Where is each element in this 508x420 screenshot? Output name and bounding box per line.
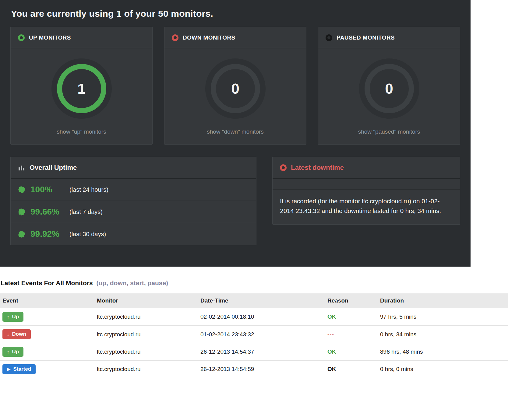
uptime-label-7d: (last 7 days) bbox=[69, 208, 103, 215]
table-row: ↑ Up ltc.cryptocloud.ru 02-02-2014 00:18… bbox=[0, 308, 508, 326]
monitor-name: ltc.cryptocloud.ru bbox=[94, 308, 198, 326]
up-monitors-title: UP MONITORS bbox=[29, 34, 71, 41]
arrow-down-icon: ↓ bbox=[7, 332, 9, 337]
monitor-name: ltc.cryptocloud.ru bbox=[94, 361, 198, 378]
events-title: Latest Events For All Monitors bbox=[1, 279, 93, 286]
overall-uptime-panel: Overall Uptime 100% (last 24 hours) 99.6… bbox=[10, 157, 256, 245]
play-icon: ▶ bbox=[7, 366, 11, 372]
paused-monitors-card: PAUSED MONITORS 0 show "paused" monitors bbox=[318, 27, 460, 145]
column-header-datetime: Date-Time bbox=[198, 293, 325, 308]
dashboard-panel: You are currently using 1 of your 50 mon… bbox=[0, 0, 471, 267]
event-up-badge: ↑ Up bbox=[2, 347, 23, 357]
summary-panels-row: Overall Uptime 100% (last 24 hours) 99.6… bbox=[10, 157, 460, 245]
paused-count-value: 0 bbox=[385, 80, 393, 97]
column-header-monitor: Monitor bbox=[94, 293, 198, 308]
events-subtitle: (up, down, start, pause) bbox=[96, 279, 168, 286]
down-monitors-title: DOWN MONITORS bbox=[183, 34, 235, 41]
up-count-value: 1 bbox=[77, 80, 86, 97]
latest-downtime-header: Latest downtime bbox=[273, 157, 460, 179]
event-datetime: 01-02-2014 23:43:32 bbox=[198, 326, 325, 343]
paused-monitors-card-body: 0 show "paused" monitors bbox=[318, 48, 460, 144]
table-row: ↓ Down ltc.cryptocloud.ru 01-02-2014 23:… bbox=[0, 326, 508, 343]
arrow-up-icon: ↑ bbox=[7, 349, 9, 355]
uptime-star-icon bbox=[19, 209, 24, 215]
bar-chart-icon bbox=[18, 164, 25, 171]
paused-circle-plate: 0 bbox=[359, 58, 419, 119]
event-reason: OK bbox=[327, 348, 336, 355]
uptime-row-30d: 99.92% (last 30 days) bbox=[11, 223, 256, 245]
event-datetime: 26-12-2013 14:54:59 bbox=[198, 361, 325, 378]
event-reason: OK bbox=[327, 366, 336, 372]
show-down-monitors-link[interactable]: show "down" monitors bbox=[207, 128, 264, 135]
events-table: Event Monitor Date-Time Reason Duration … bbox=[0, 293, 508, 378]
uptime-row-24h: 100% (last 24 hours) bbox=[11, 179, 256, 201]
monitor-name: ltc.cryptocloud.ru bbox=[94, 326, 198, 343]
overall-uptime-title: Overall Uptime bbox=[30, 164, 77, 172]
paused-status-dot-icon bbox=[326, 34, 332, 41]
table-row: ↑ Up ltc.cryptocloud.ru 26-12-2013 14:54… bbox=[0, 343, 508, 360]
uptime-percent-7d: 99.66% bbox=[30, 207, 65, 217]
latest-downtime-title: Latest downtime bbox=[291, 164, 344, 172]
event-badge-label: Up bbox=[12, 349, 19, 355]
event-badge-label: Started bbox=[13, 366, 31, 372]
event-datetime: 02-02-2014 00:18:10 bbox=[198, 308, 325, 326]
up-status-dot-icon bbox=[18, 34, 25, 41]
overall-uptime-header: Overall Uptime bbox=[11, 157, 256, 179]
paused-count-ring: 0 bbox=[365, 64, 414, 113]
up-count-ring: 1 bbox=[57, 64, 106, 113]
page-title: You are currently using 1 of your 50 mon… bbox=[11, 9, 460, 19]
events-table-header-row: Event Monitor Date-Time Reason Duration bbox=[0, 293, 508, 308]
event-reason: OK bbox=[327, 313, 336, 320]
paused-monitors-card-header: PAUSED MONITORS bbox=[318, 27, 460, 48]
latest-downtime-panel: Latest downtime It is recorded (for the … bbox=[272, 157, 460, 225]
uptime-label-24h: (last 24 hours) bbox=[69, 186, 108, 193]
down-monitors-card: DOWN MONITORS 0 show "down" monitors bbox=[164, 27, 306, 145]
column-header-reason: Reason bbox=[325, 293, 378, 308]
latest-downtime-spacer bbox=[273, 179, 460, 190]
event-badge-label: Up bbox=[12, 314, 19, 320]
monitor-name: ltc.cryptocloud.ru bbox=[94, 343, 198, 360]
uptime-row-7d: 99.66% (last 7 days) bbox=[11, 201, 256, 223]
up-monitors-card-body: 1 show "up" monitors bbox=[11, 48, 152, 144]
down-count-ring: 0 bbox=[211, 64, 260, 113]
event-duration: 0 hrs, 34 mins bbox=[378, 326, 508, 343]
monitor-cards-row: UP MONITORS 1 show "up" monitors DOWN MO… bbox=[10, 27, 460, 145]
event-duration: 896 hrs, 48 mins bbox=[378, 343, 508, 360]
event-reason: --- bbox=[327, 331, 334, 338]
paused-monitors-title: PAUSED MONITORS bbox=[337, 34, 395, 41]
down-count-value: 0 bbox=[231, 80, 239, 97]
event-duration: 0 hrs, 0 mins bbox=[378, 361, 508, 378]
event-datetime: 26-12-2013 14:54:37 bbox=[198, 343, 325, 360]
uptime-percent-24h: 100% bbox=[30, 185, 65, 194]
event-down-badge: ↓ Down bbox=[2, 329, 31, 339]
up-circle-plate: 1 bbox=[51, 58, 112, 119]
column-header-event: Event bbox=[0, 293, 94, 308]
latest-events-section: Latest Events For All Monitors (up, down… bbox=[0, 267, 508, 397]
event-badge-label: Down bbox=[12, 331, 26, 337]
table-row: ▶ Started ltc.cryptocloud.ru 26-12-2013 … bbox=[0, 361, 508, 378]
down-monitors-card-header: DOWN MONITORS bbox=[164, 27, 306, 48]
uptime-percent-30d: 99.92% bbox=[30, 229, 65, 239]
downtime-status-dot-icon bbox=[280, 164, 287, 171]
down-monitors-card-body: 0 show "down" monitors bbox=[164, 48, 306, 144]
events-title-line: Latest Events For All Monitors (up, down… bbox=[1, 279, 508, 287]
uptime-star-icon bbox=[19, 232, 24, 237]
up-monitors-card-header: UP MONITORS bbox=[11, 27, 152, 48]
event-started-badge: ▶ Started bbox=[2, 364, 36, 374]
event-duration: 97 hrs, 5 mins bbox=[378, 308, 508, 326]
up-monitors-card: UP MONITORS 1 show "up" monitors bbox=[10, 27, 153, 145]
down-circle-plate: 0 bbox=[205, 58, 266, 119]
uptime-label-30d: (last 30 days) bbox=[69, 231, 106, 238]
latest-downtime-text: It is recorded (for the monitor ltc.cryp… bbox=[273, 190, 460, 224]
event-up-badge: ↑ Up bbox=[2, 312, 23, 322]
uptime-star-icon bbox=[19, 187, 24, 192]
show-paused-monitors-link[interactable]: show "paused" monitors bbox=[358, 128, 420, 135]
show-up-monitors-link[interactable]: show "up" monitors bbox=[57, 128, 106, 135]
arrow-up-icon: ↑ bbox=[7, 314, 9, 320]
column-header-duration: Duration bbox=[378, 293, 508, 308]
down-status-dot-icon bbox=[172, 34, 178, 41]
